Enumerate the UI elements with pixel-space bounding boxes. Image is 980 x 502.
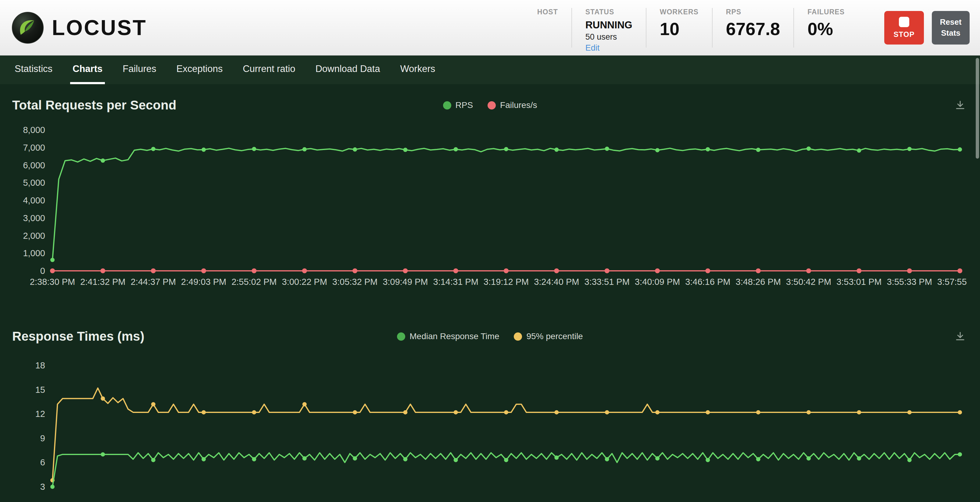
svg-text:3:50:42 PM: 3:50:42 PM xyxy=(786,277,831,287)
stop-button-label: STOP xyxy=(894,30,915,39)
svg-text:3:09:49 PM: 3:09:49 PM xyxy=(383,277,428,287)
rps-chart-plot: 01,0002,0003,0004,0005,0006,0007,0008,00… xyxy=(12,114,968,293)
svg-text:1,000: 1,000 xyxy=(23,248,45,258)
failures-legend-label: Failures/s xyxy=(500,100,537,110)
response-times-legend: Median Response Time 95% percentile xyxy=(397,331,583,341)
svg-text:0: 0 xyxy=(40,266,45,276)
svg-text:12: 12 xyxy=(35,409,45,419)
median-legend-label: Median Response Time xyxy=(409,331,499,341)
rps-legend-dot xyxy=(443,101,451,110)
svg-text:3,000: 3,000 xyxy=(23,213,45,223)
tab-workers[interactable]: Workers xyxy=(398,56,438,84)
svg-text:3:57:55 PM: 3:57:55 PM xyxy=(937,277,968,287)
svg-text:3:46:16 PM: 3:46:16 PM xyxy=(685,277,730,287)
response-times-chart-plot: 369121518 xyxy=(12,345,968,502)
stat-status: STATUS RUNNING 50 users Edit xyxy=(571,8,646,48)
svg-text:3:24:40 PM: 3:24:40 PM xyxy=(534,277,579,287)
tab-exceptions[interactable]: Exceptions xyxy=(174,56,225,84)
charts-page: Total Requests per Second RPS Failures/s… xyxy=(0,84,980,502)
svg-text:4,000: 4,000 xyxy=(23,196,45,205)
svg-text:2:55:02 PM: 2:55:02 PM xyxy=(231,277,277,287)
stat-host: HOST xyxy=(524,8,571,48)
svg-text:3:05:32 PM: 3:05:32 PM xyxy=(332,277,377,287)
svg-text:3:55:33 PM: 3:55:33 PM xyxy=(887,277,932,287)
locust-logo-icon xyxy=(11,11,44,44)
tab-current-ratio[interactable]: Current ratio xyxy=(240,56,298,84)
download-response-times-chart-button[interactable] xyxy=(953,329,968,344)
tab-download-data[interactable]: Download Data xyxy=(313,56,382,84)
p95-legend-label: 95% percentile xyxy=(526,331,583,341)
stat-rps: RPS 6767.8 xyxy=(712,8,793,48)
status-user-count: 50 users xyxy=(585,32,632,42)
rps-chart-section: Total Requests per Second RPS Failures/s… xyxy=(12,97,968,293)
svg-text:3:00:22 PM: 3:00:22 PM xyxy=(282,277,327,287)
svg-text:6,000: 6,000 xyxy=(23,161,45,170)
svg-text:2:44:37 PM: 2:44:37 PM xyxy=(131,277,176,287)
failures-legend-dot xyxy=(488,101,496,110)
rps-legend-label: RPS xyxy=(455,100,473,110)
svg-text:8,000: 8,000 xyxy=(23,125,45,135)
svg-text:3:53:01 PM: 3:53:01 PM xyxy=(836,277,881,287)
svg-text:3:40:09 PM: 3:40:09 PM xyxy=(635,277,680,287)
legend-item-median[interactable]: Median Response Time xyxy=(397,331,499,341)
status-label: STATUS xyxy=(585,8,632,16)
download-icon xyxy=(955,331,966,342)
svg-text:7,000: 7,000 xyxy=(23,143,45,153)
tab-charts[interactable]: Charts xyxy=(70,56,105,84)
tab-failures[interactable]: Failures xyxy=(120,56,159,84)
legend-item-rps[interactable]: RPS xyxy=(443,100,473,110)
svg-text:2:41:32 PM: 2:41:32 PM xyxy=(80,277,125,287)
reset-stats-button[interactable]: Reset Stats xyxy=(932,11,970,45)
rps-label: RPS xyxy=(726,8,780,16)
tab-statistics[interactable]: Statistics xyxy=(12,56,55,84)
main-nav: Statistics Charts Failures Exceptions Cu… xyxy=(0,56,980,84)
svg-text:3:14:31 PM: 3:14:31 PM xyxy=(433,277,479,287)
edit-users-link[interactable]: Edit xyxy=(585,43,632,53)
svg-text:9: 9 xyxy=(40,433,45,443)
failures-label: FAILURES xyxy=(807,8,845,16)
rps-value: 6767.8 xyxy=(726,19,780,39)
stop-icon xyxy=(899,17,909,27)
svg-text:5,000: 5,000 xyxy=(23,178,45,188)
header-buttons: STOP Reset Stats xyxy=(884,11,970,45)
reset-button-label-line1: Reset xyxy=(940,17,962,27)
svg-text:2,000: 2,000 xyxy=(23,231,45,241)
stat-workers: WORKERS 10 xyxy=(646,8,712,48)
svg-text:15: 15 xyxy=(35,385,45,395)
app-header: LOCUST HOST STATUS RUNNING 50 users Edit… xyxy=(0,0,980,56)
reset-button-label-line2: Stats xyxy=(941,28,961,38)
status-value: RUNNING xyxy=(585,19,632,31)
svg-text:18: 18 xyxy=(35,360,45,370)
rps-chart-legend: RPS Failures/s xyxy=(443,100,537,110)
svg-text:6: 6 xyxy=(40,457,45,467)
scrollbar-thumb[interactable] xyxy=(976,58,979,159)
header-stats: HOST STATUS RUNNING 50 users Edit WORKER… xyxy=(524,8,858,48)
svg-text:3: 3 xyxy=(40,482,45,492)
svg-text:2:49:03 PM: 2:49:03 PM xyxy=(181,277,226,287)
legend-item-failures[interactable]: Failures/s xyxy=(488,100,537,110)
workers-label: WORKERS xyxy=(660,8,698,16)
host-label: HOST xyxy=(537,8,558,16)
rps-chart-title: Total Requests per Second xyxy=(12,98,443,113)
stop-button[interactable]: STOP xyxy=(884,11,924,45)
svg-text:3:19:12 PM: 3:19:12 PM xyxy=(484,277,529,287)
legend-item-p95[interactable]: 95% percentile xyxy=(514,331,583,341)
p95-legend-dot xyxy=(514,332,522,341)
response-times-chart-title: Response Times (ms) xyxy=(12,329,397,344)
stat-failures: FAILURES 0% xyxy=(793,8,858,48)
download-rps-chart-button[interactable] xyxy=(953,97,968,113)
median-legend-dot xyxy=(397,332,405,341)
locust-logo: LOCUST xyxy=(11,11,147,44)
svg-text:3:33:51 PM: 3:33:51 PM xyxy=(584,277,630,287)
download-icon xyxy=(955,99,966,111)
svg-text:2:38:30 PM: 2:38:30 PM xyxy=(30,277,75,287)
failures-value: 0% xyxy=(807,19,845,39)
logo-text: LOCUST xyxy=(52,16,147,40)
svg-text:3:48:26 PM: 3:48:26 PM xyxy=(736,277,781,287)
response-times-chart-section: Response Times (ms) Median Response Time… xyxy=(12,329,968,502)
workers-value: 10 xyxy=(660,19,698,39)
